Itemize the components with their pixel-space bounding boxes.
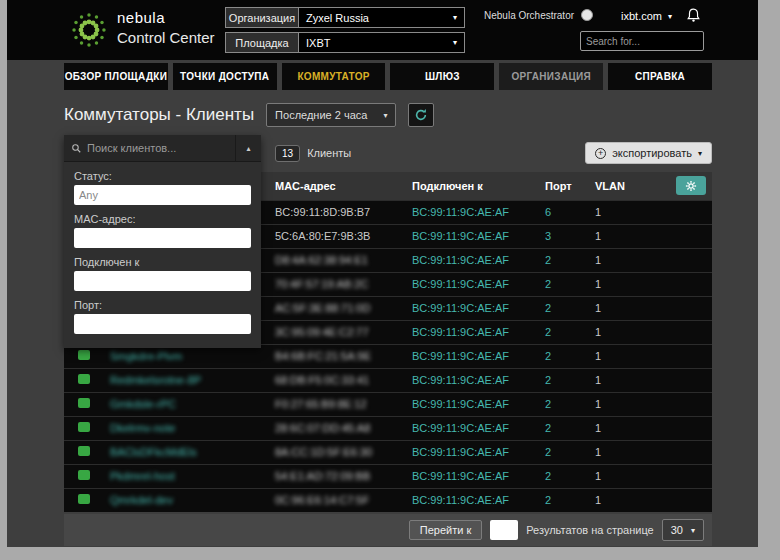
connected-to-link[interactable]: BC:99:11:9C:AE:AF [412, 494, 509, 506]
client-mac: B4:6B:FC:21:5A:9E [275, 350, 371, 362]
filter-status-input[interactable] [74, 185, 251, 205]
port-link[interactable]: 2 [545, 422, 551, 434]
nebula-logo-icon [66, 7, 112, 53]
client-name-link[interactable]: BAClsDFkcMdEls [110, 446, 197, 458]
table-row: Gmkdsle-rPCF0:27:65:B9:8E:12BC:99:11:9C:… [64, 392, 712, 416]
export-button[interactable]: + экспортировать ▾ [585, 142, 712, 164]
filter-connected-input[interactable] [74, 271, 251, 291]
port-link[interactable]: 2 [545, 326, 551, 338]
goto-page-button[interactable]: Перейти к [409, 520, 482, 540]
connected-to-link[interactable]: BC:99:11:9C:AE:AF [412, 326, 509, 338]
orchestrator-toggle[interactable] [581, 9, 593, 21]
client-name-link[interactable]: Redmkelsrotne-8P [110, 374, 201, 386]
port-link[interactable]: 2 [545, 398, 551, 410]
table-row: Qmrkdel-dev0C:96:E6:14:C7:5FBC:99:11:9C:… [64, 488, 712, 512]
client-vlan: 1 [589, 200, 651, 224]
primary-nav: ОБЗОР ПЛОЩАДКИ ТОЧКИ ДОСТУПА КОММУТАТОР … [64, 63, 712, 90]
device-status-icon [78, 494, 90, 504]
connected-to-link[interactable]: BC:99:11:9C:AE:AF [412, 374, 509, 386]
client-mac: 28:6C:07:DD:45:A8 [275, 422, 370, 434]
filter-port-input[interactable] [74, 314, 251, 334]
client-vlan: 1 [589, 272, 651, 296]
client-name-link[interactable]: Dkelrmv-note [110, 422, 175, 434]
connected-to-link[interactable]: BC:99:11:9C:AE:AF [412, 350, 509, 362]
connected-to-link[interactable]: BC:99:11:9C:AE:AF [412, 254, 509, 266]
client-vlan: 1 [589, 224, 651, 248]
connected-to-link[interactable]: BC:99:11:9C:AE:AF [412, 446, 509, 458]
client-mac: AC:5F:3E:88:71:0D [275, 302, 370, 314]
chevron-down-icon: ▾ [691, 526, 695, 535]
client-search-input[interactable] [87, 142, 235, 154]
port-link[interactable]: 2 [545, 254, 551, 266]
port-link[interactable]: 2 [545, 350, 551, 362]
col-port[interactable]: Порт [539, 172, 589, 200]
top-header: nebula Control Center Организация Zyxel … [7, 0, 758, 60]
chevron-down-icon: ▾ [698, 149, 702, 158]
client-vlan: 1 [589, 368, 651, 392]
site-select[interactable]: IXBT ▾ [299, 32, 465, 53]
port-link[interactable]: 3 [545, 230, 551, 242]
connected-to-link[interactable]: BC:99:11:9C:AE:AF [412, 422, 509, 434]
refresh-icon [414, 108, 428, 122]
client-name-link[interactable]: Qmrkdel-dev [110, 494, 173, 506]
tab-switch[interactable]: КОММУТАТОР [282, 63, 386, 90]
page-title: Коммутаторы - Клиенты [64, 105, 254, 125]
client-name-link[interactable]: Smgkdre-Plvm [110, 350, 182, 362]
col-connected-to[interactable]: Подключен к [406, 172, 539, 200]
client-vlan: 1 [589, 296, 651, 320]
brand-name: nebula [117, 9, 215, 26]
page-title-row: Коммутаторы - Клиенты Последние 2 часа ▾ [64, 103, 712, 127]
device-status-icon [78, 350, 90, 360]
connected-to-link[interactable]: BC:99:11:9C:AE:AF [412, 206, 509, 218]
account-menu[interactable]: ixbt.com ▾ [621, 10, 672, 22]
connected-to-link[interactable]: BC:99:11:9C:AE:AF [412, 470, 509, 482]
tab-organization[interactable]: ОРГАНИЗАЦИЯ [499, 63, 603, 90]
filter-mac-input[interactable] [74, 228, 251, 248]
clients-count-badge: 13 [275, 145, 300, 162]
client-vlan: 1 [589, 392, 651, 416]
table-settings-button[interactable] [676, 176, 706, 195]
orchestrator-block: Nebula Orchestrator [484, 9, 593, 21]
time-range-select[interactable]: Последние 2 часа ▾ [266, 103, 396, 127]
port-link[interactable]: 2 [545, 470, 551, 482]
client-mac: D8:4A:62:38:94:E1 [275, 254, 368, 266]
chevron-down-icon: ▾ [453, 13, 457, 22]
refresh-button[interactable] [408, 103, 434, 127]
port-link[interactable]: 2 [545, 374, 551, 386]
connected-to-link[interactable]: BC:99:11:9C:AE:AF [412, 278, 509, 290]
device-status-icon [78, 470, 90, 480]
col-vlan[interactable]: VLAN [589, 172, 651, 200]
goto-page-input[interactable] [490, 520, 518, 540]
per-page-select[interactable]: 30 ▾ [662, 519, 704, 541]
col-mac[interactable]: MAC-адрес [269, 172, 406, 200]
port-link[interactable]: 2 [545, 446, 551, 458]
table-row: Pkdmrel-host54:E1:AD:72:09:BBBC:99:11:9C… [64, 464, 712, 488]
organization-label: Организация [225, 7, 299, 28]
tab-help[interactable]: СПРАВКА [608, 63, 712, 90]
client-name-link[interactable]: Pkdmrel-host [110, 470, 175, 482]
filter-mac-label: MAC-адрес: [74, 213, 251, 225]
tab-site-overview[interactable]: ОБЗОР ПЛОЩАДКИ [64, 63, 168, 90]
filter-collapse-button[interactable]: ▴ [235, 135, 261, 162]
client-name-link[interactable]: Gmkdsle-rPC [110, 398, 176, 410]
context-selectors: Организация Zyxel Russia ▾ Площадка IXBT… [225, 7, 465, 57]
global-search-input[interactable] [586, 36, 718, 47]
connected-to-link[interactable]: BC:99:11:9C:AE:AF [412, 302, 509, 314]
client-vlan: 1 [589, 440, 651, 464]
organization-select[interactable]: Zyxel Russia ▾ [299, 7, 465, 28]
port-link[interactable]: 2 [545, 278, 551, 290]
filter-fields: Статус: MAC-адрес: Подключен к Порт: [64, 162, 261, 348]
table-row: Redmkelsrotne-8P68:DB:F5:0C:33:41BC:99:1… [64, 368, 712, 392]
client-mac: 0C:96:E6:14:C7:5F [275, 494, 369, 506]
port-link[interactable]: 2 [545, 494, 551, 506]
connected-to-link[interactable]: BC:99:11:9C:AE:AF [412, 398, 509, 410]
port-link[interactable]: 6 [545, 206, 551, 218]
tab-gateway[interactable]: ШЛЮЗ [390, 63, 494, 90]
client-vlan: 1 [589, 464, 651, 488]
connected-to-link[interactable]: BC:99:11:9C:AE:AF [412, 230, 509, 242]
pagination-bar: Перейти к Результатов на странице 30 ▾ [64, 514, 712, 546]
alerts-bell-icon[interactable] [685, 7, 702, 24]
tab-access-points[interactable]: ТОЧКИ ДОСТУПА [173, 63, 277, 90]
port-link[interactable]: 2 [545, 302, 551, 314]
client-mac: 68:DB:F5:0C:33:41 [275, 374, 369, 386]
